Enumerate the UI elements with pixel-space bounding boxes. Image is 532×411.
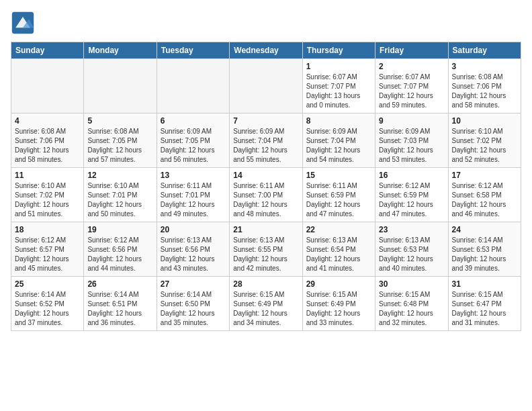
calendar-cell: 13Sunrise: 6:11 AM Sunset: 7:01 PM Dayli… — [157, 168, 229, 222]
calendar-cell: 5Sunrise: 6:08 AM Sunset: 7:05 PM Daylig… — [84, 113, 157, 168]
calendar-cell: 19Sunrise: 6:12 AM Sunset: 6:56 PM Dayli… — [84, 222, 157, 277]
calendar-week-5: 25Sunrise: 6:14 AM Sunset: 6:52 PM Dayli… — [11, 277, 521, 331]
calendar-cell: 7Sunrise: 6:09 AM Sunset: 7:04 PM Daylig… — [230, 113, 302, 168]
calendar-cell: 31Sunrise: 6:15 AM Sunset: 6:47 PM Dayli… — [448, 277, 521, 331]
weekday-header-wednesday: Wednesday — [230, 42, 302, 59]
day-number: 1 — [306, 62, 371, 71]
calendar-cell: 16Sunrise: 6:12 AM Sunset: 6:59 PM Dayli… — [375, 168, 448, 222]
calendar-cell: 9Sunrise: 6:09 AM Sunset: 7:03 PM Daylig… — [375, 113, 448, 168]
day-number: 6 — [161, 116, 226, 126]
weekday-header-tuesday: Tuesday — [157, 42, 229, 59]
calendar-cell — [84, 59, 157, 113]
day-number: 12 — [87, 171, 152, 180]
day-info: Sunrise: 6:07 AM Sunset: 7:07 PM Dayligh… — [379, 73, 444, 110]
weekday-header-monday: Monday — [84, 42, 157, 59]
day-number: 4 — [15, 116, 80, 126]
day-info: Sunrise: 6:10 AM Sunset: 7:02 PM Dayligh… — [452, 127, 517, 165]
calendar-week-3: 11Sunrise: 6:10 AM Sunset: 7:02 PM Dayli… — [11, 168, 521, 222]
calendar-cell: 3Sunrise: 6:08 AM Sunset: 7:06 PM Daylig… — [448, 59, 521, 113]
day-number: 18 — [15, 225, 80, 234]
day-info: Sunrise: 6:15 AM Sunset: 6:47 PM Dayligh… — [452, 290, 517, 328]
day-info: Sunrise: 6:13 AM Sunset: 6:54 PM Dayligh… — [306, 236, 371, 273]
day-number: 8 — [306, 116, 371, 126]
day-info: Sunrise: 6:07 AM Sunset: 7:07 PM Dayligh… — [306, 73, 371, 110]
calendar-cell: 21Sunrise: 6:13 AM Sunset: 6:55 PM Dayli… — [230, 222, 302, 277]
logo — [11, 11, 39, 35]
calendar-cell: 20Sunrise: 6:13 AM Sunset: 6:56 PM Dayli… — [157, 222, 229, 277]
calendar-cell: 10Sunrise: 6:10 AM Sunset: 7:02 PM Dayli… — [448, 113, 521, 168]
calendar-cell: 24Sunrise: 6:14 AM Sunset: 6:53 PM Dayli… — [448, 222, 521, 277]
day-info: Sunrise: 6:09 AM Sunset: 7:04 PM Dayligh… — [306, 127, 371, 165]
day-info: Sunrise: 6:11 AM Sunset: 7:00 PM Dayligh… — [233, 181, 298, 219]
logo-icon — [11, 11, 35, 35]
calendar-cell: 6Sunrise: 6:09 AM Sunset: 7:05 PM Daylig… — [157, 113, 229, 168]
calendar-table: SundayMondayTuesdayWednesdayThursdayFrid… — [11, 42, 521, 331]
calendar-cell: 22Sunrise: 6:13 AM Sunset: 6:54 PM Dayli… — [302, 222, 375, 277]
day-info: Sunrise: 6:09 AM Sunset: 7:04 PM Dayligh… — [233, 127, 298, 165]
day-info: Sunrise: 6:12 AM Sunset: 6:57 PM Dayligh… — [15, 236, 80, 273]
calendar-cell: 12Sunrise: 6:10 AM Sunset: 7:01 PM Dayli… — [84, 168, 157, 222]
calendar-cell: 15Sunrise: 6:11 AM Sunset: 6:59 PM Dayli… — [302, 168, 375, 222]
calendar-week-1: 1Sunrise: 6:07 AM Sunset: 7:07 PM Daylig… — [11, 59, 521, 113]
day-number: 10 — [452, 116, 517, 126]
calendar-week-4: 18Sunrise: 6:12 AM Sunset: 6:57 PM Dayli… — [11, 222, 521, 277]
day-info: Sunrise: 6:14 AM Sunset: 6:53 PM Dayligh… — [452, 236, 517, 273]
day-info: Sunrise: 6:11 AM Sunset: 6:59 PM Dayligh… — [306, 181, 371, 219]
day-info: Sunrise: 6:12 AM Sunset: 6:59 PM Dayligh… — [379, 181, 444, 219]
day-number: 9 — [379, 116, 444, 126]
calendar-cell: 29Sunrise: 6:15 AM Sunset: 6:49 PM Dayli… — [302, 277, 375, 331]
day-number: 31 — [452, 279, 517, 289]
weekday-header-friday: Friday — [375, 42, 448, 59]
day-info: Sunrise: 6:08 AM Sunset: 7:06 PM Dayligh… — [15, 127, 80, 165]
day-number: 29 — [306, 279, 371, 289]
calendar-cell: 14Sunrise: 6:11 AM Sunset: 7:00 PM Dayli… — [230, 168, 302, 222]
day-number: 25 — [15, 279, 80, 289]
day-number: 20 — [161, 225, 226, 234]
day-info: Sunrise: 6:09 AM Sunset: 7:03 PM Dayligh… — [379, 127, 444, 165]
day-number: 26 — [87, 279, 152, 289]
weekday-header-sunday: Sunday — [11, 42, 84, 59]
day-info: Sunrise: 6:11 AM Sunset: 7:01 PM Dayligh… — [161, 181, 226, 219]
day-info: Sunrise: 6:14 AM Sunset: 6:51 PM Dayligh… — [87, 290, 152, 328]
day-number: 14 — [233, 171, 298, 180]
calendar-cell — [157, 59, 229, 113]
day-number: 22 — [306, 225, 371, 234]
weekday-header-thursday: Thursday — [302, 42, 375, 59]
calendar-cell: 27Sunrise: 6:14 AM Sunset: 6:50 PM Dayli… — [157, 277, 229, 331]
day-number: 11 — [15, 171, 80, 180]
day-info: Sunrise: 6:15 AM Sunset: 6:49 PM Dayligh… — [233, 290, 298, 328]
calendar-cell — [11, 59, 84, 113]
day-number: 15 — [306, 171, 371, 180]
day-info: Sunrise: 6:14 AM Sunset: 6:50 PM Dayligh… — [161, 290, 226, 328]
day-number: 3 — [452, 62, 517, 71]
day-number: 19 — [87, 225, 152, 234]
day-number: 17 — [452, 171, 517, 180]
calendar-week-2: 4Sunrise: 6:08 AM Sunset: 7:06 PM Daylig… — [11, 113, 521, 168]
day-number: 28 — [233, 279, 298, 289]
calendar-cell: 26Sunrise: 6:14 AM Sunset: 6:51 PM Dayli… — [84, 277, 157, 331]
calendar-cell: 18Sunrise: 6:12 AM Sunset: 6:57 PM Dayli… — [11, 222, 84, 277]
day-info: Sunrise: 6:08 AM Sunset: 7:06 PM Dayligh… — [452, 73, 517, 110]
day-info: Sunrise: 6:12 AM Sunset: 6:56 PM Dayligh… — [87, 236, 152, 273]
calendar-cell: 2Sunrise: 6:07 AM Sunset: 7:07 PM Daylig… — [375, 59, 448, 113]
calendar-cell: 11Sunrise: 6:10 AM Sunset: 7:02 PM Dayli… — [11, 168, 84, 222]
day-number: 30 — [379, 279, 444, 289]
day-info: Sunrise: 6:09 AM Sunset: 7:05 PM Dayligh… — [161, 127, 226, 165]
day-info: Sunrise: 6:13 AM Sunset: 6:55 PM Dayligh… — [233, 236, 298, 273]
day-number: 23 — [379, 225, 444, 234]
day-info: Sunrise: 6:10 AM Sunset: 7:01 PM Dayligh… — [87, 181, 152, 219]
weekday-header-saturday: Saturday — [448, 42, 521, 59]
calendar-cell: 17Sunrise: 6:12 AM Sunset: 6:58 PM Dayli… — [448, 168, 521, 222]
calendar-cell: 8Sunrise: 6:09 AM Sunset: 7:04 PM Daylig… — [302, 113, 375, 168]
day-number: 27 — [161, 279, 226, 289]
day-number: 7 — [233, 116, 298, 126]
day-number: 21 — [233, 225, 298, 234]
day-info: Sunrise: 6:12 AM Sunset: 6:58 PM Dayligh… — [452, 181, 517, 219]
day-number: 13 — [161, 171, 226, 180]
day-info: Sunrise: 6:08 AM Sunset: 7:05 PM Dayligh… — [87, 127, 152, 165]
page-header — [11, 11, 521, 35]
day-info: Sunrise: 6:15 AM Sunset: 6:48 PM Dayligh… — [379, 290, 444, 328]
day-info: Sunrise: 6:13 AM Sunset: 6:56 PM Dayligh… — [161, 236, 226, 273]
day-info: Sunrise: 6:14 AM Sunset: 6:52 PM Dayligh… — [15, 290, 80, 328]
day-info: Sunrise: 6:15 AM Sunset: 6:49 PM Dayligh… — [306, 290, 371, 328]
